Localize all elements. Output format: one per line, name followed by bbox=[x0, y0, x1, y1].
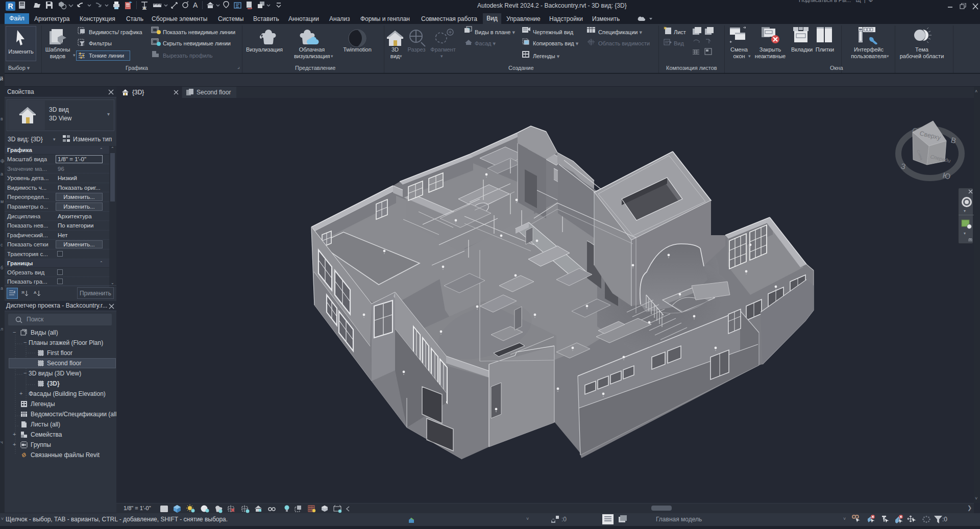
svg-text:Я: Я bbox=[21, 290, 24, 295]
svg-text:Ю: Ю bbox=[942, 170, 951, 181]
svg-text:A: A bbox=[34, 290, 37, 295]
svg-text:A: A bbox=[193, 1, 198, 9]
